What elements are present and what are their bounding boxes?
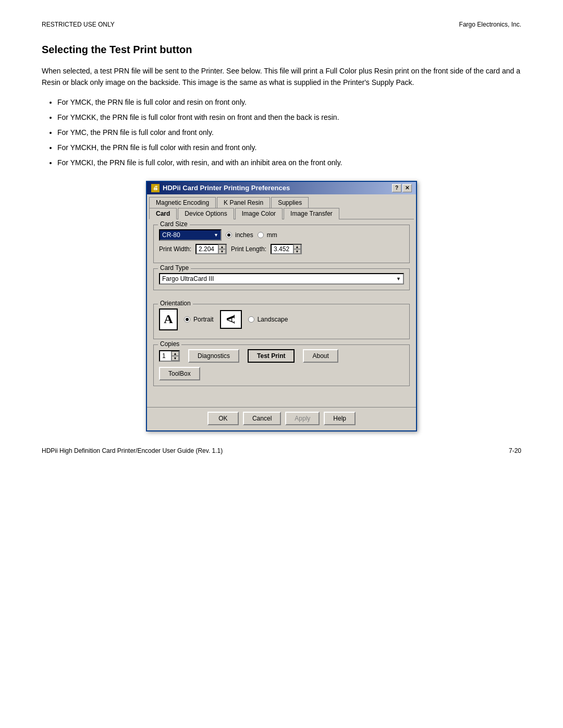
titlebar-buttons: ? ✕ [392,184,412,192]
print-length-label: Print Length: [231,245,266,253]
orientation-group: Orientation A Portrait A Landscape [153,304,410,339]
print-width-arrows: ▲ ▼ [218,244,226,254]
inches-radio-group: inches [226,231,253,239]
close-titlebar-btn[interactable]: ✕ [402,184,412,192]
print-preferences-dialog: 🖨 HDPii Card Printer Printing Preference… [146,181,417,431]
card-size-label: Card Size [158,220,190,228]
print-width-value: 2.204 [197,245,218,253]
card-size-select[interactable]: CR-80 ▼ [159,229,222,241]
test-print-button[interactable]: Test Print [248,349,295,363]
print-length-value: 3.452 [272,245,293,253]
help-button[interactable]: Help [324,412,356,425]
card-type-group: Card Type Fargo UltraCard III ▼ [153,268,410,290]
titlebar-icon: 🖨 [151,184,160,192]
copies-arrows: ▲ ▼ [171,351,179,361]
about-button[interactable]: About [303,349,338,363]
tab-device-options[interactable]: Device Options [178,208,234,219]
card-type-arrow: ▼ [396,276,401,281]
landscape-radio-group: Landscape [248,316,288,323]
card-size-value: CR-80 [162,231,180,239]
print-length-up[interactable]: ▲ [293,244,301,249]
bullet-4: For YMCKH, the PRN file is full color wi… [57,142,521,153]
tab-k-panel-resin[interactable]: K Panel Resin [217,197,270,208]
bullet-list: For YMCK, the PRN file is full color and… [57,97,521,168]
print-width-down[interactable]: ▼ [218,249,226,254]
copies-value: 1 [160,352,171,360]
tab-image-transfer[interactable]: Image Transfer [284,208,339,219]
copies-group: Copies 1 ▲ ▼ Diagnostics Test Print Abou… [153,344,410,386]
top-tabs-row: Magnetic Encoding K Panel Resin Supplies [147,194,416,207]
copies-up[interactable]: ▲ [172,351,179,356]
card-type-dropdown[interactable]: Fargo UltraCard III ▼ [159,273,404,285]
cancel-button[interactable]: Cancel [243,412,281,425]
portrait-icon: A [159,309,178,330]
tab-supplies[interactable]: Supplies [271,197,309,208]
portrait-radio[interactable] [184,316,190,323]
toolbox-button[interactable]: ToolBox [159,367,200,380]
tab-magnetic-encoding[interactable]: Magnetic Encoding [149,197,216,208]
page-footer: HDPii High Definition Card Printer/Encod… [42,447,521,454]
apply-button: Apply [285,412,320,425]
portrait-radio-group: Portrait [184,316,214,323]
print-width-label: Print Width: [159,245,191,253]
dialog-title: HDPii Card Printer Printing Preferences [163,184,290,192]
card-type-label: Card Type [158,264,191,272]
inches-label: inches [235,231,253,239]
card-size-group: Card Size CR-80 ▼ inches mm [153,225,410,263]
copies-spinner[interactable]: 1 ▲ ▼ [159,350,180,362]
diagnostics-button[interactable]: Diagnostics [188,349,239,363]
dialog-footer: OK Cancel Apply Help [147,407,416,430]
copies-down[interactable]: ▼ [172,356,179,361]
orientation-label: Orientation [158,300,193,307]
bullet-3: For YMC, the PRN file is full color and … [57,127,521,138]
landscape-radio[interactable] [248,316,254,323]
mm-label: mm [267,231,277,239]
bullet-5: For YMCKI, the PRN file is full color, w… [57,157,521,168]
tab-card[interactable]: Card [149,208,177,219]
mm-radio-group: mm [258,231,277,239]
mm-radio[interactable] [258,232,264,238]
inches-radio[interactable] [226,232,232,238]
ok-button[interactable]: OK [207,412,239,425]
print-length-spinner[interactable]: 3.452 ▲ ▼ [271,244,302,254]
card-size-dropdown-arrow: ▼ [214,232,218,238]
print-width-up[interactable]: ▲ [218,244,226,249]
landscape-icon: A [220,310,242,329]
header-right: Fargo Electronics, Inc. [459,21,521,28]
card-type-value: Fargo UltraCard III [162,275,214,282]
dialog-content: Card Size CR-80 ▼ inches mm [147,219,416,407]
orientation-row: A Portrait A Landscape [159,309,404,330]
footer-right: 7-20 [509,447,521,454]
dimensions-row: Print Width: 2.204 ▲ ▼ Print Length: 3.4… [159,244,404,254]
bullet-2: For YMCKK, the PRN file is full color fr… [57,112,521,123]
card-size-row: CR-80 ▼ inches mm [159,229,404,241]
print-length-down[interactable]: ▼ [293,249,301,254]
dialog-titlebar: 🖨 HDPii Card Printer Printing Preference… [147,182,416,194]
print-length-arrows: ▲ ▼ [293,244,301,254]
print-width-spinner[interactable]: 2.204 ▲ ▼ [195,244,227,254]
page-title: Selecting the Test Print button [42,44,521,56]
portrait-label: Portrait [193,316,214,323]
bottom-tabs-row: Card Device Options Image Color Image Tr… [147,207,416,219]
footer-left: HDPii High Definition Card Printer/Encod… [42,447,223,454]
help-titlebar-btn[interactable]: ? [392,184,401,192]
copies-label: Copies [158,340,181,348]
header-left: RESTRICTED USE ONLY [42,21,115,28]
tab-image-color[interactable]: Image Color [235,208,283,219]
body-paragraph: When selected, a test PRN file will be s… [42,65,521,89]
titlebar-left: 🖨 HDPii Card Printer Printing Preference… [151,184,290,192]
bullet-1: For YMCK, the PRN file is full color and… [57,97,521,108]
landscape-label: Landscape [258,316,288,323]
copies-row: 1 ▲ ▼ Diagnostics Test Print About [159,349,404,363]
